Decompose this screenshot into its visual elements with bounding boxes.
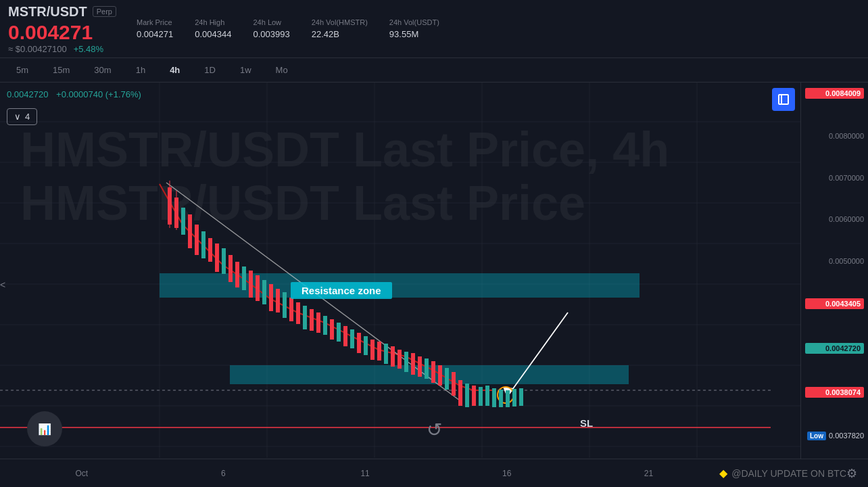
price-tick-8400: 0.0084009 bbox=[805, 88, 864, 99]
settings-icon[interactable]: ⚙ bbox=[846, 466, 857, 481]
svg-rect-38 bbox=[269, 284, 273, 311]
chevron-down-icon: ∨ bbox=[14, 112, 21, 122]
svg-rect-68 bbox=[472, 386, 476, 406]
svg-rect-54 bbox=[377, 342, 381, 361]
date-16: 16 bbox=[436, 469, 578, 478]
stat-vol-hmstr: 24h Vol(HMSTR) 22.42B bbox=[312, 18, 368, 39]
svg-rect-63 bbox=[438, 365, 442, 386]
collapse-arrow[interactable]: < bbox=[0, 279, 5, 290]
symbol-name: MSTR/USDT bbox=[8, 4, 87, 20]
tf-1d[interactable]: 1D bbox=[201, 64, 218, 76]
stat-vol-usdt: 24h Vol(USDT) 93.55M bbox=[389, 18, 439, 39]
svg-rect-74 bbox=[512, 389, 516, 407]
stat-24h-high: 24h High 0.004344 bbox=[195, 18, 231, 39]
svg-rect-69 bbox=[479, 387, 483, 406]
vol-usdt-value: 93.55M bbox=[389, 29, 439, 39]
svg-rect-40 bbox=[283, 292, 287, 318]
svg-rect-62 bbox=[431, 361, 435, 383]
tf-1w[interactable]: 1w bbox=[237, 64, 254, 76]
stat-24h-low: 24h Low 0.003993 bbox=[253, 18, 289, 39]
svg-rect-70 bbox=[485, 386, 489, 406]
tf-30m[interactable]: 30m bbox=[91, 64, 114, 76]
tf-5m[interactable]: 5m bbox=[14, 64, 31, 76]
svg-rect-41 bbox=[289, 298, 293, 321]
mark-price-label: Mark Price bbox=[137, 18, 173, 26]
svg-rect-55 bbox=[384, 344, 388, 364]
date-labels: Oct 6 11 16 21 bbox=[11, 469, 719, 478]
svg-rect-46 bbox=[323, 316, 327, 335]
tf-mo[interactable]: Mo bbox=[273, 64, 291, 76]
header: MSTR/USDT Perp 0.004271 ≈ $0.00427100 +5… bbox=[0, 0, 868, 58]
svg-rect-37 bbox=[262, 280, 266, 304]
24h-high-label: 24h High bbox=[195, 18, 231, 26]
tf-1h[interactable]: 1h bbox=[133, 64, 148, 76]
svg-rect-26 bbox=[188, 214, 192, 248]
vol-hmstr-value: 22.42B bbox=[312, 29, 368, 39]
svg-rect-34 bbox=[242, 266, 246, 290]
stats-block: Mark Price 0.004271 24h High 0.004344 24… bbox=[137, 18, 439, 39]
svg-rect-71 bbox=[492, 388, 496, 407]
resistance-zone-label: Resistance zone bbox=[291, 282, 392, 299]
svg-rect-39 bbox=[276, 289, 280, 312]
svg-line-18 bbox=[507, 312, 568, 397]
chart-svg bbox=[0, 83, 800, 487]
tf-15m[interactable]: 15m bbox=[50, 64, 72, 76]
price-tick-6000: 0.0060000 bbox=[805, 215, 864, 223]
price-axis: 0.0084009 0.0080000 0.0070000 0.0060000 … bbox=[800, 83, 868, 487]
ohlc-label: 0.0042720 +0.0000740 (+1.76%) bbox=[7, 89, 141, 99]
vol-usdt-label: 24h Vol(USDT) bbox=[389, 18, 439, 26]
svg-rect-52 bbox=[364, 336, 368, 355]
sl-label: SL bbox=[580, 417, 593, 429]
svg-rect-47 bbox=[330, 319, 334, 340]
price-tick-3807: 0.0038074 bbox=[805, 387, 864, 398]
24h-low-value: 0.003993 bbox=[253, 29, 289, 39]
svg-rect-27 bbox=[195, 225, 199, 255]
mark-price-value: 0.004271 bbox=[137, 29, 173, 39]
svg-rect-30 bbox=[215, 244, 219, 272]
date-21: 21 bbox=[578, 469, 720, 478]
refresh-icon[interactable]: ↺ bbox=[427, 419, 442, 441]
svg-rect-43 bbox=[303, 306, 307, 329]
svg-rect-44 bbox=[310, 309, 314, 331]
leverage-badge[interactable]: ∨ 4 bbox=[7, 108, 37, 125]
price-tick-8000: 0.0080000 bbox=[805, 132, 864, 140]
svg-rect-33 bbox=[235, 262, 239, 287]
svg-rect-76 bbox=[779, 95, 788, 104]
svg-rect-59 bbox=[411, 353, 415, 375]
svg-rect-51 bbox=[357, 333, 361, 353]
svg-rect-57 bbox=[397, 350, 402, 369]
svg-rect-75 bbox=[519, 388, 523, 406]
chart-area: HMSTR/USDT Last Price, 4hHMSTR/USDT Last… bbox=[0, 83, 868, 487]
svg-rect-56 bbox=[391, 346, 395, 367]
svg-rect-25 bbox=[181, 208, 185, 235]
date-6: 6 bbox=[153, 469, 295, 478]
symbol-block: MSTR/USDT Perp 0.004271 ≈ $0.00427100 +5… bbox=[8, 4, 116, 54]
tf-4h[interactable]: 4h bbox=[167, 64, 183, 76]
stat-mark-price: Mark Price 0.004271 bbox=[137, 18, 173, 39]
svg-rect-66 bbox=[458, 380, 462, 406]
svg-rect-31 bbox=[222, 248, 226, 274]
svg-rect-50 bbox=[350, 329, 354, 348]
svg-rect-73 bbox=[506, 390, 510, 407]
ohlc-price: 0.0042720 bbox=[7, 89, 48, 99]
price-main: 0.004271 bbox=[8, 22, 93, 43]
svg-rect-67 bbox=[465, 384, 469, 407]
price-tick-7000: 0.0070000 bbox=[805, 174, 864, 182]
low-label: Low bbox=[807, 432, 826, 440]
ohlc-change: +0.0000740 (+1.76%) bbox=[56, 89, 141, 99]
svg-rect-32 bbox=[228, 255, 233, 282]
svg-rect-49 bbox=[343, 326, 347, 346]
svg-rect-65 bbox=[452, 372, 456, 396]
price-tick-4340: 0.0043405 bbox=[805, 298, 864, 309]
price-usd: ≈ $0.00427100 bbox=[8, 44, 67, 54]
svg-rect-45 bbox=[316, 312, 320, 333]
footer-watermark: ◆ @DAILY UPDATE ON BTC bbox=[719, 467, 846, 480]
low-value: 0.0037820 bbox=[829, 432, 864, 440]
expand-button[interactable] bbox=[772, 88, 795, 111]
svg-rect-29 bbox=[208, 238, 212, 262]
perp-badge: Perp bbox=[93, 6, 116, 17]
svg-rect-35 bbox=[249, 271, 253, 298]
bottom-bar: Oct 6 11 16 21 ◆ @DAILY UPDATE ON BTC ⚙ bbox=[0, 459, 868, 487]
date-11: 11 bbox=[294, 469, 436, 478]
24h-high-value: 0.004344 bbox=[195, 29, 231, 39]
